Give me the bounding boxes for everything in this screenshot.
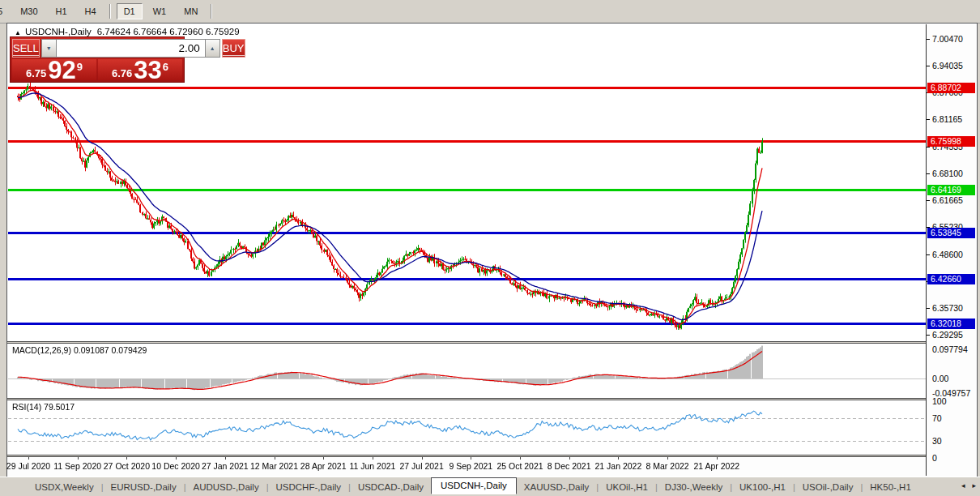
date-tick-mark xyxy=(78,457,79,460)
collapse-panel-icon[interactable]: ▲ xyxy=(15,29,21,36)
rsi-scale-label: 70 xyxy=(932,413,942,423)
timeframe-button-w1[interactable]: W1 xyxy=(146,3,174,19)
date-tick-mark xyxy=(569,457,570,460)
chart-ohlc-values: 6.74624 6.76664 6.72960 6.75929 xyxy=(97,27,240,36)
price-tick-label: 6.61665 xyxy=(932,195,963,205)
sell-button[interactable]: SELL xyxy=(12,39,40,58)
price-line-label: 6.64169 xyxy=(927,185,975,195)
date-tick-mark xyxy=(373,457,373,460)
date-tick-label: 21 Apr 2022 xyxy=(693,461,739,471)
chart-title: ▲USDCNH-,Daily6.74624 6.76664 6.72960 6.… xyxy=(15,27,240,36)
macd-scale-label: 0.097794 xyxy=(932,344,968,354)
tab-scroll-controls: ◂▸ xyxy=(961,481,976,490)
price-chart-area[interactable]: ▲USDCNH-,Daily6.74624 6.76664 6.72960 6.… xyxy=(8,24,926,341)
date-tick-label: 12 Mar 2021 xyxy=(250,461,298,471)
price-tick-label: 6.35730 xyxy=(932,303,963,313)
chart-tab-xauusd-daily[interactable]: XAUUSD-,Daily xyxy=(517,480,597,494)
date-tick-label: 28 Apr 2021 xyxy=(300,461,347,471)
timeframe-button-5[interactable]: 5 xyxy=(0,3,10,19)
date-tick-label: 11 Sep 2020 xyxy=(53,461,101,471)
price-tick-label: 6.48600 xyxy=(932,250,963,259)
one-click-trade-panel: SELL ▼ ▲ BUY 6.75929 6.76336 xyxy=(10,36,185,83)
volume-stepper: ▼ ▲ xyxy=(41,39,220,58)
date-tick-mark xyxy=(28,457,29,460)
tab-scroll-left-button[interactable]: ◂ xyxy=(961,481,965,490)
price-tick-mark xyxy=(927,308,930,309)
price-tick-label: 6.29295 xyxy=(932,330,963,340)
date-tick-mark xyxy=(618,457,619,460)
volume-decrease-button[interactable]: ▼ xyxy=(41,39,57,58)
buy-button-label: BUY xyxy=(223,42,245,56)
date-tick-label: 21 Jan 2022 xyxy=(594,461,641,471)
toolbar-separator xyxy=(211,4,212,19)
rsi-scale-label: 100 xyxy=(932,396,947,406)
chart-window: ▲USDCNH-,Daily6.74624 6.76664 6.72960 6.… xyxy=(6,23,978,477)
date-tick-mark xyxy=(323,457,324,460)
sell-price-point: 9 xyxy=(77,61,83,73)
price-tick-mark xyxy=(927,173,930,174)
rsi-scale-label: 30 xyxy=(932,436,942,446)
chart-tab-usdx-weekly[interactable]: USDX,Weekly xyxy=(28,480,101,494)
price-axis: 7.004706.940356.876006.811656.745356.681… xyxy=(926,24,976,476)
timeframe-button-d1[interactable]: D1 xyxy=(117,3,143,19)
buy-price-pips: 33 xyxy=(134,60,161,80)
price-tick-mark xyxy=(927,200,930,201)
timeframe-button-h4[interactable]: H4 xyxy=(78,3,104,19)
price-tick-mark xyxy=(927,254,930,255)
timeframe-toolbar: 5M30H1H4D1W1MN xyxy=(0,0,980,24)
macd-panel[interactable]: MACD(12,26,9) 0.091087 0.079429 xyxy=(8,344,926,398)
buy-price-display[interactable]: 6.76336 xyxy=(98,59,182,80)
price-tick-label: 6.81165 xyxy=(932,114,962,124)
timeframe-button-h1[interactable]: H1 xyxy=(49,3,75,19)
chart-tab-usdcnh-daily[interactable]: USDCNH-,Daily xyxy=(431,477,517,494)
chart-tab-audusd-daily[interactable]: AUDUSD-,Daily xyxy=(186,480,266,494)
timeframe-button-m30[interactable]: M30 xyxy=(13,3,45,19)
date-tick-label: 27 Oct 2020 xyxy=(104,461,150,471)
chart-symbol: USDCNH-,Daily xyxy=(25,27,92,36)
date-tick-mark xyxy=(422,457,423,460)
date-tick-label: 8 Mar 2022 xyxy=(646,461,689,471)
date-tick-label: 11 Jun 2021 xyxy=(349,461,395,471)
macd-scale-label: 0.00 xyxy=(932,374,948,383)
date-tick-label: 9 Sep 2021 xyxy=(449,461,492,471)
sell-price-pips: 92 xyxy=(48,60,75,80)
chart-tab-uk100-h1[interactable]: UK100-,H1 xyxy=(732,480,793,494)
date-tick-mark xyxy=(225,457,226,460)
date-tick-mark xyxy=(471,457,471,460)
time-axis: 29 Jul 202011 Sep 202027 Oct 202010 Dec … xyxy=(8,457,926,476)
sell-button-label: SELL xyxy=(13,42,39,56)
price-line-label: 6.32018 xyxy=(927,319,975,329)
price-tick-label: 6.94035 xyxy=(932,61,963,71)
volume-input[interactable] xyxy=(57,39,205,58)
timeframe-button-mn[interactable]: MN xyxy=(177,3,205,19)
chart-tab-usdchf-daily[interactable]: USDCHF-,Daily xyxy=(269,480,349,494)
price-line-label: 6.53845 xyxy=(927,228,975,238)
chart-tab-eurusd-daily[interactable]: EURUSD-,Daily xyxy=(104,480,184,494)
rsi-canvas[interactable] xyxy=(8,400,926,455)
chart-tab-usoil-daily[interactable]: USOil-,Daily xyxy=(795,480,861,494)
date-tick-mark xyxy=(126,457,127,460)
buy-price-prefix: 6.76 xyxy=(112,67,132,79)
rsi-panel[interactable]: RSI(14) 79.5017 xyxy=(8,400,926,455)
volume-increase-button[interactable]: ▲ xyxy=(205,39,220,58)
date-tick-label: 8 Dec 2021 xyxy=(548,461,591,471)
price-tick-mark xyxy=(927,335,930,336)
sell-price-display[interactable]: 6.75929 xyxy=(12,59,96,80)
price-tick-mark xyxy=(927,147,930,148)
rsi-scale-label: 0 xyxy=(932,453,937,463)
chart-tab-usdcad-daily[interactable]: USDCAD-,Daily xyxy=(351,480,431,494)
tab-scroll-right-button[interactable]: ▸ xyxy=(972,481,976,490)
chart-tab-dj30-weekly[interactable]: DJ30-,Weekly xyxy=(658,480,730,494)
date-tick-mark xyxy=(275,457,275,460)
date-tick-label: 25 Oct 2021 xyxy=(496,461,543,471)
chart-tab-hk50-h1[interactable]: HK50-,H1 xyxy=(863,480,918,494)
date-tick-label: 29 Jul 2020 xyxy=(6,461,50,471)
price-tick-mark xyxy=(927,39,930,40)
macd-label: MACD(12,26,9) 0.091087 0.079429 xyxy=(12,345,147,355)
date-tick-label: 27 Jan 2021 xyxy=(202,461,249,471)
buy-button[interactable]: BUY xyxy=(222,39,245,58)
toolbar-separator xyxy=(109,4,111,19)
chart-tab-ukoil-h1[interactable]: UKOil-,H1 xyxy=(599,480,655,494)
price-line-label: 6.88702 xyxy=(927,83,975,93)
sell-price-prefix: 6.75 xyxy=(26,67,46,79)
